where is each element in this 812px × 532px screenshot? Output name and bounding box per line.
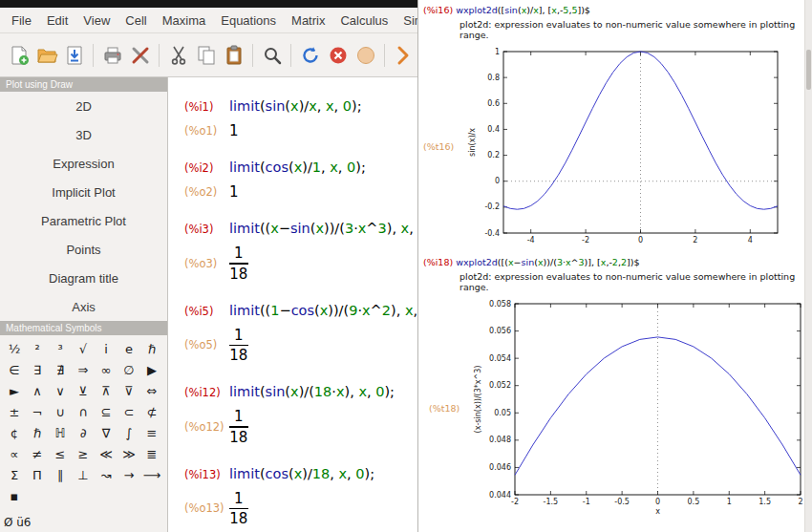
draw-pane-item[interactable]: Parametric Plot [0,206,167,235]
symbol-button[interactable]: ½ [3,338,26,359]
draw-pane-item[interactable]: 3D [0,120,167,149]
symbol-button[interactable]: ⊥ [72,464,95,485]
symbol-button[interactable]: ≡ [140,422,163,443]
symbol-button[interactable]: ⊻ [72,380,95,401]
symbol-button[interactable]: ⊂ [118,401,140,422]
open-button[interactable] [33,40,59,71]
svg-text:-1: -1 [583,498,590,506]
menu-item[interactable]: Equations [213,10,284,32]
symbol-button[interactable]: ∇ [95,422,118,443]
symbol-button[interactable]: i [95,338,118,359]
find-button[interactable] [259,40,285,71]
symbol-button[interactable]: ℍ [49,422,72,443]
menu-item[interactable]: View [75,10,118,32]
symbol-button[interactable]: ≤ [49,443,72,464]
symbol-button[interactable]: ∧ [26,380,49,401]
menu-item[interactable]: Cell [118,10,154,32]
scrollbar-thumb[interactable] [806,50,811,90]
symbol-button[interactable]: ∈ [3,359,26,380]
symbol-button[interactable]: ∫ [118,422,140,443]
svg-text:0.8: 0.8 [487,74,500,82]
symbol-button[interactable]: ∂ [72,422,95,443]
symbol-button[interactable]: ³ [49,338,72,359]
vertical-scrollbar[interactable] [804,0,812,532]
symbol-button[interactable]: ∝ [3,443,26,464]
symbol-button[interactable]: ⊽ [118,380,140,401]
symbol-button[interactable]: ² [26,338,49,359]
symbol-button[interactable]: Π [26,464,49,485]
plot-input-line[interactable]: (%i18)wxplot2d([(x−sin(x))/(3·x^3)], [x,… [423,257,804,267]
symbol-button[interactable]: → [118,464,140,485]
configure-button[interactable] [127,40,153,71]
input-code[interactable]: limit(sin(x)/x, x, 0); [229,98,362,114]
copy-icon [195,44,218,67]
symbol-button[interactable]: ≫ [118,443,140,464]
print-button[interactable] [99,40,125,71]
symbol-button[interactable]: ⇔ [140,380,163,401]
symbol-button[interactable]: ℏ [140,338,163,359]
symbol-button[interactable]: ± [3,401,26,422]
svg-text:x: x [655,507,660,516]
symbol-button[interactable]: ≥ [72,443,95,464]
input-code[interactable]: wxplot2d([(x−sin(x))/(3·x^3)], [x,-2,2])… [456,257,639,267]
symbol-button[interactable]: ∄ [49,359,72,380]
draw-pane-item[interactable]: Implicit Plot [0,178,167,206]
input-code[interactable]: wxplot2d([sin(x)/x], [x,-5,5])$ [456,5,590,15]
symbol-button[interactable]: ≠ [26,443,49,464]
input-label: (%i3) [184,223,229,236]
new-document-button[interactable] [6,40,32,71]
input-code[interactable]: limit((x−sin(x))/(3·x^3), x, 0); [229,221,437,236]
paste-button[interactable] [221,40,246,71]
copy-button[interactable] [193,40,219,71]
symbol-button[interactable]: ℏ [26,422,49,443]
cut-button[interactable] [165,40,191,71]
menu-item[interactable]: Maxima [155,10,214,32]
symbols-pane-header[interactable]: Mathematical Symbols [0,321,167,335]
follow-button[interactable] [353,40,378,71]
draw-pane-item[interactable]: Points [0,235,167,264]
symbol-button[interactable]: ∩ [72,401,95,422]
interrupt-button[interactable] [325,40,351,71]
symbol-button[interactable]: ∃ [26,359,49,380]
symbol-button[interactable]: ∨ [49,380,72,401]
symbol-button[interactable]: ∅ [118,359,140,380]
menu-item[interactable]: Matrix [284,10,332,32]
plot-input-line[interactable]: (%i16)wxplot2d([sin(x)/x], [x,-5,5])$ [423,5,804,15]
draw-pane-item[interactable]: Expression [0,149,167,178]
symbol-button[interactable]: ∪ [49,401,72,422]
symbol-button[interactable]: ► [3,380,26,401]
input-code[interactable]: limit(sin(x)/(18·x), x, 0); [229,384,395,399]
menu-item[interactable]: Edit [39,10,75,32]
draw-pane-item[interactable]: Diagram title [0,264,167,292]
menu-item[interactable]: Calculus [332,10,395,32]
restart-maxima-button[interactable] [297,40,323,71]
draw-pane-header[interactable]: Plot using Draw [0,77,167,92]
input-code[interactable]: limit((1−cos(x))/(9·x^2), x, 0); [229,303,440,318]
symbol-button[interactable]: ¬ [26,401,49,422]
symbol-button[interactable]: e [118,338,140,359]
symbol-button[interactable]: ↝ [95,464,118,485]
symbol-button[interactable]: √ [72,338,95,359]
symbol-button[interactable]: ▪ [3,485,26,506]
symbol-button[interactable]: ¢ [3,422,26,443]
input-code[interactable]: limit(cos(x)/1, x, 0); [229,160,366,175]
save-button[interactable] [61,40,87,71]
symbol-button[interactable]: ≣ [140,443,163,464]
output-fraction: 118 [229,408,248,446]
symbol-button[interactable]: ⊄ [140,401,163,422]
symbol-button[interactable]: ≪ [95,443,118,464]
symbol-button[interactable]: ∥ [49,464,72,485]
plot-image-2: -2-1.5-1-0.500.511.520.0440.0460.0480.05… [471,297,804,519]
draw-pane-item[interactable]: 2D [0,92,167,120]
symbol-button[interactable]: ▶ [140,359,163,380]
draw-pane-item[interactable]: Axis [0,292,167,321]
input-code[interactable]: limit(cos(x)/18, x, 0); [229,466,374,481]
symbol-button[interactable]: ∞ [95,359,118,380]
menu-item[interactable]: File [4,10,39,32]
symbol-button[interactable]: ⊆ [95,401,118,422]
show-more-button[interactable] [391,40,417,71]
symbol-button[interactable]: ⟶ [140,464,163,485]
symbol-button[interactable]: ⇒ [72,359,95,380]
symbol-button[interactable]: Σ [3,464,26,485]
symbol-button[interactable]: ⊼ [95,380,118,401]
